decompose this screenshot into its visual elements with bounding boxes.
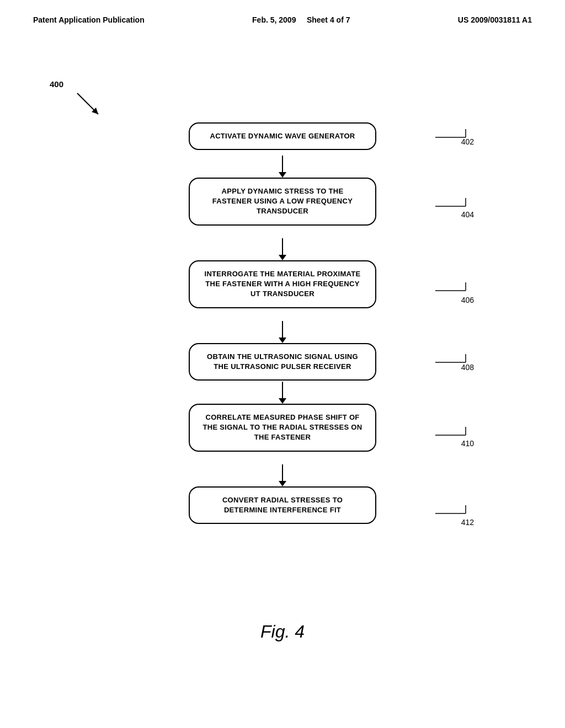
arrow-2-3	[279, 238, 286, 260]
main-ref-label: 400	[50, 79, 63, 89]
box-correlate: CORRELATE MEASURED PHASE SHIFT OF THE SI…	[189, 404, 376, 452]
ref-line-412	[435, 505, 474, 522]
ref-line-402	[435, 129, 474, 146]
arrow-1-2	[279, 156, 286, 178]
arrow-5-6	[279, 464, 286, 486]
date-sheet-label: Feb. 5, 2009 Sheet 4 of 7	[252, 15, 350, 24]
sheet-label: Sheet 4 of 7	[307, 15, 350, 24]
box-obtain: OBTAIN THE ULTRASONIC SIGNAL USING THE U…	[189, 343, 376, 381]
ref-line-408	[435, 354, 474, 371]
box-interrogate: INTERROGATE THE MATERIAL PROXIMATE THE F…	[189, 260, 376, 308]
ref-line-410	[435, 427, 474, 443]
patent-number-label: US 2009/0031811 A1	[458, 15, 532, 24]
page-header: Patent Application Publication Feb. 5, 2…	[0, 0, 565, 24]
box-apply-dynamic: APPLY DYNAMIC STRESS TO THE FASTENER USI…	[189, 178, 376, 226]
box-activate: ACTIVATE DYNAMIC WAVE GENERATOR	[189, 122, 376, 150]
main-ref-arrow	[72, 88, 105, 121]
arrow-3-4	[279, 321, 286, 343]
diagram-container: 400 ACTIVATE DYNAMIC WAVE GENERATOR 402 …	[0, 24, 565, 675]
ref-line-406	[435, 282, 474, 299]
box-convert: CONVERT RADIAL STRESSES TO DETERMINE INT…	[189, 486, 376, 524]
date-label: Feb. 5, 2009	[252, 15, 296, 24]
arrow-4-5	[279, 382, 286, 404]
ref-line-404	[435, 198, 474, 215]
figure-label: Fig. 4	[260, 622, 305, 642]
publication-label: Patent Application Publication	[33, 15, 145, 24]
